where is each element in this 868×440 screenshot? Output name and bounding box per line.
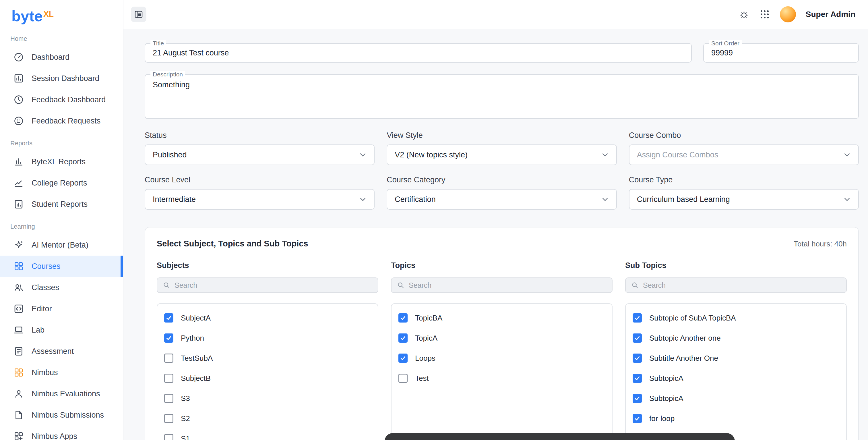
sidebar-item-bytexl-reports[interactable]: ByteXL Reports	[0, 151, 123, 172]
sidebar-item-session-dashboard[interactable]: Session Dashboard	[0, 68, 123, 89]
sub-topics-search-input[interactable]	[643, 281, 841, 290]
topics-item-loops[interactable]: Loops	[392, 348, 612, 368]
checkbox[interactable]	[398, 374, 408, 383]
topics-search-input[interactable]	[409, 281, 607, 290]
checkbox[interactable]	[164, 354, 174, 363]
course-level-select[interactable]: Intermediate	[145, 189, 375, 210]
brand-logo[interactable]: byteXL	[0, 0, 123, 27]
laptop-icon	[13, 325, 24, 335]
search-icon	[162, 281, 170, 289]
sidebar-item-label: AI Mentor (Beta)	[32, 241, 88, 250]
sub-topics-item-subtopica[interactable]: SubtopicA	[626, 388, 846, 408]
topics-item-test[interactable]: Test	[392, 368, 612, 388]
checkbox-label: TestSubA	[181, 354, 213, 363]
subjects-item-subjectb[interactable]: SubjectB	[157, 368, 378, 388]
status-select[interactable]: Published	[145, 144, 375, 165]
bug-icon[interactable]	[739, 9, 749, 20]
checkbox[interactable]	[164, 414, 174, 423]
checkbox[interactable]	[164, 333, 174, 343]
sidebar-item-nimbus-submissions[interactable]: Nimbus Submissions	[0, 404, 123, 426]
course-type-select[interactable]: Curriculum based Learning	[629, 189, 859, 210]
sidebar-item-label: Courses	[32, 262, 61, 271]
title-input[interactable]	[145, 43, 691, 62]
view-style-value: V2 (New topics style)	[395, 150, 468, 159]
column-sub-topics: Sub TopicsSubtopic of SubA TopicBASubtop…	[625, 261, 847, 440]
sidebar-item-dashboard[interactable]: Dashboard	[0, 47, 123, 68]
view-style-field: View StyleV2 (New topics style)	[386, 131, 617, 165]
subjects-search	[157, 277, 378, 293]
subjects-item-python[interactable]: Python	[157, 328, 378, 348]
column-title: Topics	[391, 261, 613, 270]
sidebar-item-feedback-requests[interactable]: Feedback Requests	[0, 110, 123, 131]
sub-topics-item-subtopic-another-one[interactable]: Subtopic Another one	[626, 328, 846, 348]
people-icon	[13, 282, 24, 293]
sub-topics-item-subtopic-of-suba-topicba[interactable]: Subtopic of SubA TopicBA	[626, 308, 846, 328]
selection-columns: SubjectsSubjectAPythonTestSubASubjectBS3…	[157, 261, 847, 440]
sidebar-toggle-button[interactable]	[131, 7, 146, 22]
subjects-item-s2[interactable]: S2	[157, 408, 378, 429]
checkbox-label: S2	[181, 414, 190, 423]
apps-grid-icon[interactable]	[759, 9, 770, 20]
checkbox[interactable]	[164, 313, 174, 323]
checkbox[interactable]	[164, 434, 174, 440]
subjects-item-testsuba[interactable]: TestSubA	[157, 348, 378, 368]
sidebar-item-nimbus-evaluations[interactable]: Nimbus Evaluations	[0, 383, 123, 404]
checkbox[interactable]	[164, 394, 174, 403]
sidebar-item-nimbus[interactable]: Nimbus	[0, 362, 123, 383]
sidebar-item-label: Feedback Requests	[32, 117, 100, 125]
speedometer-icon	[13, 52, 24, 63]
checkbox[interactable]	[398, 313, 408, 323]
description-input[interactable]: Something	[145, 75, 858, 118]
code-editor-icon	[13, 303, 24, 314]
checkbox[interactable]	[632, 333, 642, 343]
sidebar-item-label: Nimbus	[32, 368, 58, 377]
checkbox[interactable]	[632, 374, 642, 383]
search-icon	[397, 281, 405, 289]
search-icon	[631, 281, 639, 289]
sidebar-item-assessment[interactable]: Assessment	[0, 341, 123, 362]
sidebar-item-label: Feedback Dashboard	[32, 95, 105, 104]
checkbox[interactable]	[632, 414, 642, 423]
sidebar-item-label: Assessment	[32, 347, 74, 356]
sidebar-item-courses[interactable]: Courses	[0, 256, 123, 277]
sidebar-item-label: Lab	[32, 326, 44, 334]
subjects-item-subjecta[interactable]: SubjectA	[157, 308, 378, 328]
view-style-select[interactable]: V2 (New topics style)	[386, 144, 617, 165]
subjects-item-s3[interactable]: S3	[157, 388, 378, 408]
sidebar-item-ai-mentor-beta[interactable]: AI Mentor (Beta)	[0, 234, 123, 256]
course-category-field: Course CategoryCertification	[386, 175, 617, 210]
sub-topics-item-subtitle-another-one[interactable]: Subtitle Another One	[626, 348, 846, 368]
sidebar-item-classes[interactable]: Classes	[0, 277, 123, 298]
course-level-field: Course LevelIntermediate	[145, 175, 375, 210]
sub-topics-item-subtopica[interactable]: SubtopicA	[626, 368, 846, 388]
bar-chart-box-icon	[13, 73, 24, 84]
sidebar-item-editor[interactable]: Editor	[0, 298, 123, 319]
user-avatar[interactable]	[780, 6, 796, 22]
checkbox[interactable]	[164, 374, 174, 383]
sidebar-item-lab[interactable]: Lab	[0, 319, 123, 341]
subjects-item-s1[interactable]: S1	[157, 429, 378, 440]
course-level-value: Intermediate	[153, 195, 196, 204]
sidebar-item-label: Session Dashboard	[32, 74, 99, 83]
sidebar-item-student-reports[interactable]: Student Reports	[0, 194, 123, 215]
chevron-down-icon	[358, 150, 368, 160]
topics-item-topica[interactable]: TopicA	[392, 328, 612, 348]
checkbox[interactable]	[632, 354, 642, 363]
course-combo-select[interactable]: Assign Course Combos	[629, 144, 859, 165]
checkbox[interactable]	[632, 394, 642, 403]
sidebar-item-feedback-dashboard[interactable]: Feedback Dashboard	[0, 89, 123, 110]
checkbox[interactable]	[398, 333, 408, 343]
sub-topics-item-for-loop[interactable]: for-loop	[626, 408, 846, 429]
description-label: Description	[150, 71, 185, 78]
subjects-search-input[interactable]	[175, 281, 373, 290]
subjects-list: SubjectAPythonTestSubASubjectBS3S2S1	[157, 303, 378, 440]
sidebar-item-college-reports[interactable]: College Reports	[0, 172, 123, 194]
checkbox[interactable]	[398, 354, 408, 363]
column-title: Sub Topics	[625, 261, 847, 270]
checkbox-label: S1	[181, 434, 190, 440]
sidebar-item-nimbus-apps[interactable]: Nimbus Apps	[0, 426, 123, 440]
chevron-down-icon	[842, 195, 852, 204]
topics-item-topicba[interactable]: TopicBA	[392, 308, 612, 328]
course-category-select[interactable]: Certification	[386, 189, 617, 210]
checkbox[interactable]	[632, 313, 642, 323]
